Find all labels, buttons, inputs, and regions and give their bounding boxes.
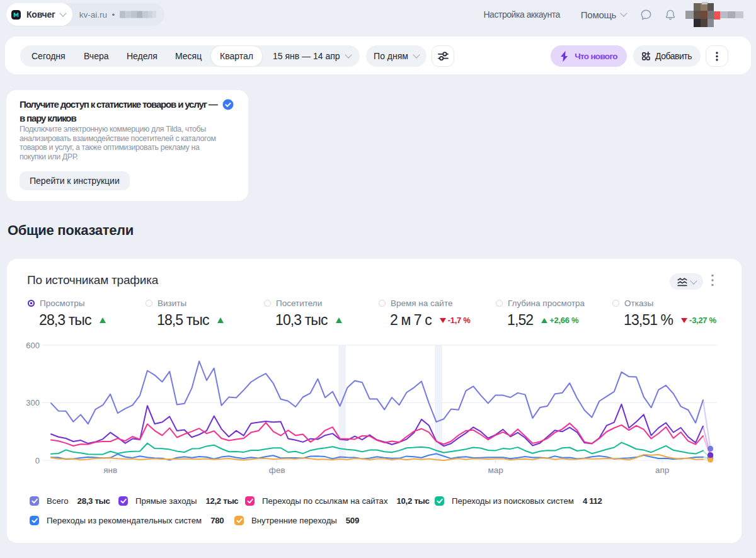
svg-text:апр: апр — [655, 465, 669, 475]
svg-text:мар: мар — [488, 465, 503, 475]
svg-text:300: 300 — [26, 398, 40, 407]
svg-text:0: 0 — [35, 456, 40, 465]
svg-text:фев: фев — [269, 465, 285, 475]
svg-text:янв: янв — [103, 465, 117, 475]
svg-text:600: 600 — [26, 341, 40, 350]
